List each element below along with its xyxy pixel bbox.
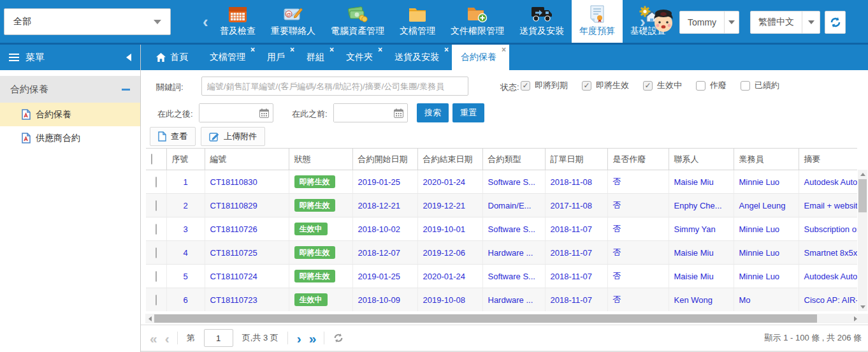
prev-page-button[interactable]: ‹ [165,332,168,345]
checkbox-icon[interactable] [741,81,750,91]
close-icon[interactable]: × [378,45,382,54]
tab-文檔管理[interactable]: 文檔管理× [201,45,258,70]
checkbox-checked-icon[interactable]: ✓ [521,81,530,91]
sidebar-item-合約保養[interactable]: 合約保養 [0,103,140,126]
tab-首頁[interactable]: 首頁 [147,45,201,70]
cell-seq[interactable]: 2 [166,194,205,217]
topbar-item-年度預算[interactable]: 年度預算 [572,0,623,43]
column-header-狀態[interactable]: 狀態 [289,149,352,170]
column-header-聯系人[interactable]: 聯系人 [669,149,734,170]
calendar-icon[interactable] [259,108,269,121]
checkbox-checked-icon[interactable]: ✓ [643,81,653,91]
topbar-item-重要聯絡人[interactable]: @重要聯絡人 [263,0,323,43]
status-checkbox-作廢[interactable]: 作廢 [696,80,727,91]
vertical-scroll-thumb[interactable] [858,179,867,212]
cell-seq[interactable]: 6 [166,288,205,312]
status-checkbox-已續約[interactable]: 已續約 [741,80,779,91]
tab-送貨及安裝[interactable]: 送貨及安裝× [386,45,452,70]
cell-seq[interactable]: 5 [166,265,205,288]
toolbar-scroll-right-icon[interactable]: › [640,13,646,31]
column-header-編號[interactable]: 編號 [205,149,289,170]
scope-select[interactable]: 全部 [4,8,171,35]
sidebar-section-contract[interactable]: 合約保養 [0,76,140,103]
row-checkbox[interactable] [156,224,157,235]
topbar-item-文件權限管理[interactable]: 文件權限管理 [443,0,512,43]
tab-群組[interactable]: 群組× [298,45,337,70]
tab-文件夾[interactable]: 文件夾× [337,45,386,70]
calendar-icon[interactable] [394,108,403,121]
sidebar-header[interactable]: 菜單 [0,45,140,70]
view-button[interactable]: 查看 [150,127,196,146]
cell-code[interactable]: CT18110829 [205,194,289,217]
status-checkbox-生效中[interactable]: ✓生效中 [643,80,682,91]
column-header-序號[interactable]: 序號 [166,149,205,170]
vertical-scrollbar[interactable] [858,170,867,311]
scroll-up-icon[interactable] [858,170,867,179]
checkbox-checked-icon[interactable]: ✓ [582,81,591,91]
column-header-合約類型[interactable]: 合約類型 [482,149,545,170]
close-icon[interactable]: × [329,45,334,54]
topbar-item-送貨及安裝[interactable]: 送貨及安裝 [512,0,572,43]
cell-void: 否 [607,170,669,194]
row-checkbox[interactable] [156,295,157,305]
language-select-button[interactable]: 繁體中文 [750,11,820,34]
page-number-input[interactable] [204,329,233,347]
row-checkbox[interactable] [156,247,157,258]
row-checkbox[interactable] [156,177,157,187]
row-checkbox[interactable] [156,200,157,211]
scroll-right-icon[interactable] [851,314,860,323]
column-header-訂單日期[interactable]: 訂單日期 [545,149,607,170]
cell-code[interactable]: CT18110726 [205,217,289,241]
page-refresh-button[interactable] [825,11,846,34]
close-icon[interactable]: × [250,45,255,54]
row-checkbox[interactable] [156,271,157,282]
user-menu-caret[interactable] [724,11,739,33]
cell-seq[interactable]: 1 [166,170,205,194]
status-checkbox-即將生效[interactable]: ✓即將生效 [582,80,629,91]
scroll-left-icon[interactable] [145,314,154,323]
cell-start-date: 2018-12-07 [352,241,417,265]
language-caret[interactable] [802,11,820,33]
before-date-input[interactable] [334,104,391,122]
grid-refresh-button[interactable] [333,333,344,343]
after-date-input[interactable] [199,104,256,122]
last-page-button[interactable]: » [309,332,315,345]
sidebar-collapse-icon[interactable] [126,54,131,61]
column-header-摘要[interactable]: 摘要 [799,149,857,170]
reset-button[interactable]: 重置 [452,103,484,122]
column-header-是否作廢[interactable]: 是否作廢 [607,149,669,170]
cell-seq[interactable]: 3 [166,217,205,241]
status-badge: 即將生效 [294,175,335,188]
sidebar-item-供應商合約[interactable]: 供應商合約 [0,126,140,150]
cell-code[interactable]: CT18110723 [205,288,289,312]
cell-code[interactable]: CT18110724 [205,265,289,288]
table-row: 1CT18110830即將生效2019-01-252020-01-24Softw… [146,170,857,194]
first-page-button[interactable]: « [150,332,156,345]
close-icon[interactable]: × [444,45,449,54]
cell-code[interactable]: CT18110725 [205,241,289,265]
toolbar-scroll-left-icon[interactable]: ‹ [203,13,208,31]
column-header-合約開始日期[interactable]: 合約開始日期 [352,149,417,170]
keyword-input[interactable] [201,77,468,96]
search-button[interactable]: 搜索 [417,103,449,122]
column-header-合約結束日期[interactable]: 合約結束日期 [417,149,482,170]
upload-attachment-button[interactable]: 上傳附件 [201,127,265,146]
column-header-業務員[interactable]: 業務員 [734,149,799,170]
user-menu-button[interactable]: Tommy [679,11,739,34]
next-page-button[interactable]: › [297,332,300,345]
select-all-checkbox[interactable] [151,154,152,165]
checkbox-icon[interactable] [696,81,705,91]
tab-合約保養[interactable]: 合約保養× [452,45,509,70]
topbar-item-電腦資產管理[interactable]: 電腦資產管理 [323,0,392,43]
topbar-item-普及檢查[interactable]: 普及檢查 [212,0,263,43]
topbar-item-文檔管理[interactable]: 文檔管理 [392,0,443,43]
tab-用戶[interactable]: 用戶× [258,45,298,70]
horizontal-scrollbar[interactable] [145,314,868,323]
status-checkbox-即將到期[interactable]: ✓即將到期 [521,80,568,91]
cell-code[interactable]: CT18110830 [205,170,289,194]
close-icon[interactable]: × [290,45,294,54]
scroll-down-icon[interactable] [858,302,867,311]
horizontal-scroll-thumb[interactable] [154,314,817,323]
cell-seq[interactable]: 4 [166,241,205,265]
close-icon[interactable]: × [502,45,506,54]
